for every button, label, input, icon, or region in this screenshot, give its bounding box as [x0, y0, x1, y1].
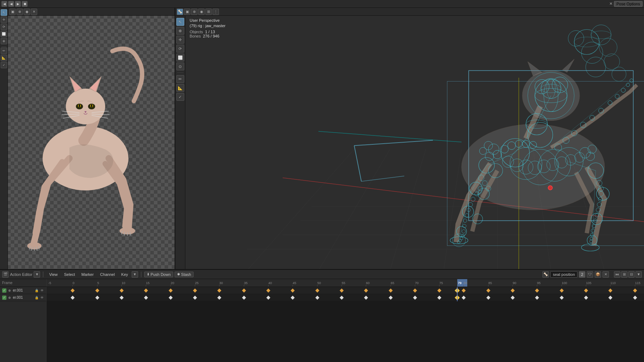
ae-menu-view[interactable]: View — [46, 272, 60, 277]
top-bar-icon-3[interactable]: ▶ — [15, 1, 21, 7]
rv-icon-pose-mode[interactable]: 🦴 — [177, 9, 183, 15]
rv-side-select[interactable]: ↖ — [176, 18, 184, 26]
svg-text:35: 35 — [244, 281, 248, 285]
keyframes-svg — [47, 287, 644, 301]
pose-options-button[interactable]: Pose Options — [614, 1, 643, 7]
ae-menu-key[interactable]: Key — [118, 272, 131, 277]
rv-icon-3[interactable]: ⊕ — [191, 9, 197, 15]
track-lock-2[interactable]: 🔒 — [34, 296, 39, 300]
ae-menu-select[interactable]: Select — [61, 272, 78, 277]
lv-header-icon-4[interactable]: ✕ — [31, 9, 37, 15]
top-bar-icon-4[interactable]: ⏹ — [22, 1, 28, 7]
svg-rect-242 — [413, 296, 417, 299]
toolbar-btn-rotate[interactable]: ⟳ — [1, 24, 7, 30]
ae-filter-icon[interactable]: ▼ — [635, 271, 642, 278]
ae-key-dropdown[interactable]: ▼ — [132, 271, 138, 278]
track-checkbox-2[interactable]: ✓ — [2, 296, 6, 300]
rv-side-transform[interactable]: ⊙ — [176, 63, 184, 70]
ae-right-icon-1[interactable]: ⏮ — [614, 271, 620, 278]
viewports-row: ↖ ✛ ⟳ ⬜ ⊕ ✏ 📐 ✓ ▣ ⊕ ◉ ✕ — [0, 8, 644, 269]
track-visibility-1[interactable]: 👁 — [40, 288, 44, 293]
svg-text:-5: -5 — [48, 281, 51, 285]
bottom-area: 🎬 Action Editor ▼ View Select Marker Cha… — [0, 269, 644, 362]
svg-rect-245 — [462, 296, 465, 299]
track-labels: ✓ ⊕ er.001 🔒 👁 ✓ ⊕ er.001 🔒 👁 — [0, 287, 47, 362]
top-bar-icon-2[interactable]: ◀ — [8, 1, 14, 7]
track-visibility-2[interactable]: 👁 — [40, 296, 44, 300]
timeline-ruler[interactable]: Frame -5 0 5 10 15 20 25 30 35 — [0, 279, 644, 287]
rv-icon-6[interactable]: ⋮ — [213, 9, 219, 15]
svg-rect-205 — [119, 288, 123, 292]
ae-action-name-field[interactable]: seat position — [550, 271, 577, 278]
top-bar-right: ✕ Pose Options — [609, 1, 643, 7]
ae-action-close[interactable]: ✕ — [602, 271, 609, 278]
toolbar-btn-more[interactable]: ✓ — [1, 62, 7, 68]
svg-text:15: 15 — [146, 281, 150, 285]
rv-icon-2[interactable]: ▣ — [184, 9, 190, 15]
separator-1 — [43, 272, 43, 277]
toolbar-btn-transform[interactable]: ⊕ — [1, 38, 7, 44]
svg-rect-207 — [169, 288, 172, 292]
toolbar-btn-scale[interactable]: ⬜ — [1, 31, 7, 37]
svg-rect-246 — [486, 296, 490, 299]
toolbar-btn-measure[interactable]: 📐 — [1, 55, 7, 61]
ae-dropdown-icon[interactable]: ▼ — [34, 271, 40, 278]
svg-rect-231 — [144, 296, 148, 299]
svg-text:0: 0 — [73, 281, 74, 285]
top-bar-icon-1[interactable]: ◀ — [1, 1, 7, 7]
viewport-stats: Objects 1 / 13 Bones 276 / 946 — [190, 30, 225, 38]
rv-side-cursor[interactable]: ⊕ — [176, 27, 184, 35]
push-down-button[interactable]: ⬇ Push Down — [144, 272, 173, 277]
ae-action-number: 2 — [579, 271, 585, 278]
svg-text:79: 79 — [458, 281, 462, 285]
toolbar-btn-select[interactable]: ↖ — [1, 9, 7, 16]
svg-rect-227 — [633, 288, 637, 292]
rv-side-check[interactable]: ✓ — [176, 93, 184, 101]
svg-rect-239 — [340, 296, 343, 299]
track-keyframes — [47, 287, 644, 362]
svg-rect-215 — [364, 288, 368, 292]
main-container: ◀ ◀ ▶ ⏹ ✕ Pose Options ↖ ✛ ⟳ ⬜ ⊕ ✏ 📐 — [0, 0, 644, 362]
left-toolbar: ↖ ✛ ⟳ ⬜ ⊕ ✏ 📐 ✓ — [0, 8, 8, 269]
svg-rect-211 — [266, 288, 270, 292]
toolbar-btn-annotate[interactable]: ✏ — [1, 48, 7, 54]
toolbar-btn-move[interactable]: ✛ — [1, 16, 7, 23]
rv-side-rotate[interactable]: ⟳ — [176, 45, 184, 53]
svg-rect-241 — [389, 296, 392, 299]
rv-side-move[interactable]: ✛ — [176, 36, 184, 44]
ae-menu-channel[interactable]: Channel — [97, 272, 118, 277]
ae-menu-marker[interactable]: Marker — [79, 272, 97, 277]
rv-icon-4[interactable]: ◉ — [198, 9, 205, 15]
ae-action-icon-2[interactable]: 📦 — [595, 271, 601, 278]
ae-editor-type-icon[interactable]: 🎬 — [2, 271, 9, 278]
close-x-btn[interactable]: ✕ — [609, 1, 613, 6]
svg-text:75: 75 — [439, 281, 443, 285]
track-icon-1: ⊕ — [8, 288, 12, 293]
svg-text:110: 110 — [610, 281, 616, 285]
rv-side-scale[interactable]: ⬜ — [176, 54, 184, 61]
track-lock-1[interactable]: 🔒 — [34, 288, 39, 293]
ae-right-icon-2[interactable]: ⊞ — [621, 271, 628, 278]
cat-render — [0, 8, 175, 269]
stash-button[interactable]: ✱ Stash — [175, 272, 194, 277]
cat-svg — [19, 23, 155, 255]
lv-header-icon-3[interactable]: ◉ — [24, 9, 30, 15]
rv-icon-5[interactable]: ⊞ — [205, 9, 212, 15]
3d-viewport-svg — [175, 8, 644, 269]
track-checkbox-1[interactable]: ✓ — [2, 288, 6, 293]
ae-action-type-icon[interactable]: 🦴 — [542, 271, 549, 278]
svg-text:25: 25 — [195, 281, 199, 285]
svg-rect-221 — [486, 288, 490, 292]
lv-header-icon-2[interactable]: ⊕ — [16, 9, 23, 15]
svg-rect-217 — [413, 288, 417, 292]
svg-text:50: 50 — [317, 281, 321, 285]
svg-text:10: 10 — [122, 281, 125, 285]
svg-rect-240 — [364, 296, 368, 299]
ae-action-icon-1[interactable]: 🛡 — [587, 271, 593, 278]
svg-text:40: 40 — [268, 281, 272, 285]
bones-label: Bones — [190, 34, 201, 38]
rv-side-measure[interactable]: 📐 — [176, 84, 184, 92]
ae-right-icon-3[interactable]: ⊟ — [628, 271, 635, 278]
lv-header-icon-1[interactable]: ▣ — [9, 9, 16, 15]
rv-side-annotate[interactable]: ✏ — [176, 75, 184, 83]
